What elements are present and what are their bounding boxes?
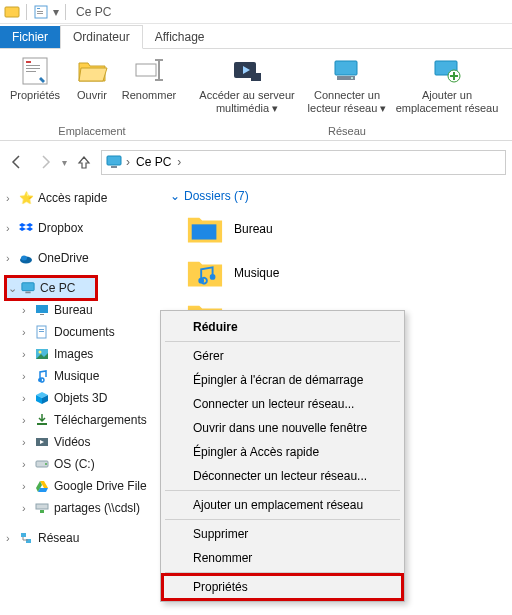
ribbon-group-location-label: Emplacement	[58, 123, 125, 140]
gdrive-icon	[34, 478, 50, 494]
svg-rect-9	[26, 71, 36, 72]
desktop-icon	[34, 302, 50, 318]
ctx-properties[interactable]: Propriétés	[163, 575, 402, 599]
tree-onedrive[interactable]: ›OneDrive	[4, 247, 160, 269]
ribbon-group-location: Propriétés Ouvrir Renommer Emplacement	[0, 49, 184, 140]
ctx-pin-start[interactable]: Épingler à l'écran de démarrage	[163, 368, 402, 392]
cube-icon	[34, 390, 50, 406]
crumb-separator: ›	[177, 155, 181, 169]
tree-music[interactable]: ›Musique	[4, 365, 160, 387]
svg-rect-8	[26, 68, 40, 69]
add-netloc-button[interactable]: Ajouter un emplacement réseau	[392, 51, 502, 115]
chevron-down-icon[interactable]: ▾	[53, 5, 59, 19]
svg-rect-40	[39, 331, 44, 332]
media-server-icon	[231, 55, 263, 87]
address-box[interactable]: › Ce PC ›	[101, 150, 506, 175]
ribbon-group-network-label: Réseau	[328, 123, 366, 140]
ribbon-group-network: Accéder au serveur multimédia ▾ Connecte…	[188, 49, 506, 140]
folder-open-icon	[76, 55, 108, 87]
tree-3dobjects[interactable]: ›Objets 3D	[4, 387, 160, 409]
ctx-manage[interactable]: Gérer	[163, 344, 402, 368]
properties-icon	[19, 55, 51, 87]
forward-button[interactable]	[34, 151, 56, 173]
tree-this-pc[interactable]: ⌄Ce PC	[6, 277, 96, 299]
video-icon	[34, 434, 50, 450]
svg-rect-39	[39, 329, 44, 330]
ctx-add-netloc[interactable]: Ajouter un emplacement réseau	[163, 493, 402, 517]
svg-rect-3	[37, 11, 43, 12]
properties-button[interactable]: Propriétés	[4, 51, 66, 102]
add-netloc-icon	[431, 55, 463, 87]
window-title: Ce PC	[76, 5, 111, 19]
netshare-icon	[34, 500, 50, 516]
svg-marker-31	[26, 227, 33, 231]
pc-icon	[20, 280, 36, 296]
desktop-folder-icon	[186, 212, 224, 246]
download-icon	[34, 412, 50, 428]
svg-rect-57	[40, 510, 44, 513]
address-bar: ▾ › Ce PC ›	[6, 147, 506, 177]
ctx-delete[interactable]: Supprimer	[163, 522, 402, 546]
ctx-disconnect[interactable]: Déconnecter un lecteur réseau...	[163, 464, 402, 488]
connect-drive-button[interactable]: Connecter un lecteur réseau ▾	[304, 51, 390, 115]
add-netloc-label: Ajouter un emplacement réseau	[392, 89, 502, 115]
open-button[interactable]: Ouvrir	[68, 51, 116, 102]
network-icon	[18, 530, 34, 546]
tree-shares[interactable]: ›partages (\\cdsl)	[4, 497, 160, 519]
folder-music[interactable]: Musique	[166, 251, 512, 295]
ctx-collapse[interactable]: Réduire	[163, 315, 402, 339]
tree-google-drive[interactable]: ›Google Drive File	[4, 475, 160, 497]
tree-desktop[interactable]: ›Bureau	[4, 299, 160, 321]
open-label: Ouvrir	[77, 89, 107, 102]
tab-computer[interactable]: Ordinateur	[60, 25, 143, 49]
svg-rect-13	[155, 79, 163, 81]
svg-point-19	[351, 77, 353, 79]
explorer-icon	[4, 4, 20, 20]
ctx-map-drive[interactable]: Connecter un lecteur réseau...	[163, 392, 402, 416]
svg-rect-6	[26, 61, 31, 63]
ribbon: Propriétés Ouvrir Renommer Emplacement A…	[0, 49, 512, 141]
pc-icon	[106, 154, 122, 170]
media-server-label: Accéder au serveur multimédia ▾	[192, 89, 302, 115]
tree-downloads[interactable]: ›Téléchargements	[4, 409, 160, 431]
ctx-rename[interactable]: Renommer	[163, 546, 402, 570]
connect-drive-label: Connecter un lecteur réseau ▾	[304, 89, 390, 115]
svg-point-42	[39, 351, 42, 354]
tab-file[interactable]: Fichier	[0, 26, 60, 48]
section-folders[interactable]: ⌄Dossiers (7)	[166, 187, 512, 207]
qat-properties-icon[interactable]	[33, 4, 49, 20]
tree-dropbox[interactable]: ›Dropbox	[4, 217, 160, 239]
svg-point-44	[38, 378, 42, 382]
svg-rect-35	[25, 292, 30, 294]
svg-marker-30	[19, 227, 26, 231]
tree-quick-access[interactable]: ›⭐Accès rapide	[4, 187, 160, 209]
rename-button[interactable]: Renommer	[118, 51, 180, 102]
tree-images[interactable]: ›Images	[4, 343, 160, 365]
ctx-new-window[interactable]: Ouvrir dans une nouvelle fenêtre	[163, 416, 402, 440]
tree-videos[interactable]: ›Vidéos	[4, 431, 160, 453]
tab-view[interactable]: Affichage	[143, 26, 217, 48]
svg-rect-7	[26, 65, 40, 66]
svg-rect-37	[40, 314, 44, 315]
media-server-button[interactable]: Accéder au serveur multimédia ▾	[192, 51, 302, 115]
tree-network[interactable]: ›Réseau	[4, 527, 160, 549]
dropbox-icon	[18, 220, 34, 236]
svg-rect-17	[335, 61, 357, 75]
svg-rect-56	[36, 504, 48, 509]
svg-marker-29	[26, 223, 33, 227]
tree-os-c[interactable]: ›OS (C:)	[4, 453, 160, 475]
up-button[interactable]	[73, 151, 95, 173]
star-icon: ⭐	[18, 190, 34, 206]
ctx-pin-quick[interactable]: Épingler à Accès rapide	[163, 440, 402, 464]
svg-rect-27	[111, 166, 117, 168]
crumb-this-pc[interactable]: Ce PC	[134, 155, 173, 169]
svg-point-61	[198, 278, 204, 284]
svg-marker-28	[19, 223, 26, 227]
history-dropdown[interactable]: ▾	[62, 157, 67, 168]
folder-desktop[interactable]: Bureau	[166, 207, 512, 251]
svg-rect-11	[158, 59, 160, 81]
crumb-separator: ›	[126, 155, 130, 169]
tree-documents[interactable]: ›Documents	[4, 321, 160, 343]
svg-rect-10	[136, 64, 156, 76]
back-button[interactable]	[6, 151, 28, 173]
